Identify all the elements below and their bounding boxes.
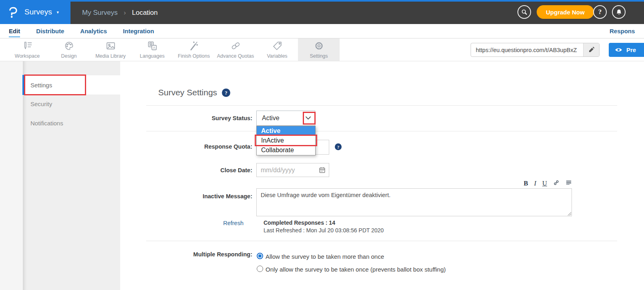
toolbar-label: Settings bbox=[310, 53, 328, 59]
sidebar-item-notifications[interactable]: Notifications bbox=[30, 120, 63, 127]
tab-integration[interactable]: Integration bbox=[123, 28, 154, 34]
breadcrumb-my-surveys[interactable]: My Surveys bbox=[82, 9, 118, 17]
questionpro-logo-icon bbox=[7, 6, 19, 18]
magic-wand-icon bbox=[189, 40, 199, 51]
link-icon bbox=[553, 179, 559, 186]
bold-button[interactable]: B bbox=[524, 180, 528, 187]
message-editor-toolbar: B I U bbox=[521, 179, 572, 187]
upgrade-now-button[interactable]: Upgrade Now bbox=[537, 5, 594, 19]
radio-allow-multiple-label[interactable]: Allow the survey to be taken more than o… bbox=[266, 253, 384, 260]
response-quota-label: Response Quota: bbox=[146, 143, 252, 150]
tab-analytics[interactable]: Analytics bbox=[80, 28, 107, 34]
edit-url-button[interactable] bbox=[583, 43, 599, 56]
sidebar-gutter bbox=[0, 61, 23, 290]
toolbar-item-languages[interactable]: A Languages bbox=[131, 38, 173, 61]
breadcrumb-separator-icon: › bbox=[124, 9, 126, 17]
dropdown-option-active[interactable]: Active bbox=[257, 126, 315, 136]
sidebar-item-label: Settings bbox=[30, 82, 52, 89]
completed-responses-text: Completed Responses : 14 bbox=[264, 220, 335, 226]
response-quota-help-icon[interactable]: ? bbox=[335, 143, 342, 150]
chevron-down-icon[interactable] bbox=[304, 114, 312, 122]
align-button[interactable] bbox=[566, 179, 572, 187]
page-title: Survey Settings bbox=[158, 88, 217, 97]
divider bbox=[146, 105, 617, 106]
insert-link-button[interactable] bbox=[553, 179, 559, 187]
toolbar-label: Advance Quotas bbox=[217, 53, 254, 59]
top-bar: Surveys ▼ My Surveys › Location Upgrade … bbox=[0, 0, 644, 24]
radio-only-once[interactable] bbox=[257, 266, 263, 272]
eye-icon bbox=[614, 46, 623, 54]
question-mark-icon: ? bbox=[598, 8, 602, 16]
app-window: Surveys ▼ My Surveys › Location Upgrade … bbox=[0, 0, 644, 290]
product-menu[interactable]: Surveys ▼ bbox=[0, 0, 70, 24]
help-button[interactable]: ? bbox=[593, 5, 607, 19]
divider bbox=[146, 241, 617, 241]
breadcrumb-current: Location bbox=[132, 9, 157, 17]
toolbar-item-workspace[interactable]: Workspace bbox=[6, 38, 48, 61]
toolbar-label: Languages bbox=[140, 53, 165, 59]
survey-settings-help-icon[interactable]: ? bbox=[222, 89, 230, 97]
resize-grip[interactable] bbox=[567, 211, 572, 216]
underline-button[interactable]: U bbox=[542, 180, 547, 187]
toolbar-label: Variables bbox=[267, 53, 287, 59]
toolbar-item-advance-quotas[interactable]: Advance Quotas bbox=[215, 38, 256, 61]
survey-status-label: Survey Status: bbox=[146, 115, 252, 121]
radio-only-once-label[interactable]: Only allow the survey to be taken once (… bbox=[266, 266, 446, 273]
translate-icon: A bbox=[147, 40, 158, 51]
tab-edit[interactable]: Edit bbox=[9, 28, 20, 34]
product-menu-label: Surveys bbox=[24, 8, 52, 16]
survey-nav: Edit Distribute Analytics Integration Re… bbox=[0, 24, 644, 38]
survey-status-selected-value: Active bbox=[262, 115, 280, 122]
caret-down-icon: ▼ bbox=[56, 10, 60, 14]
settings-sidebar bbox=[23, 61, 120, 290]
nav-tabs: Edit Distribute Analytics Integration bbox=[0, 24, 644, 38]
chain-link-icon bbox=[230, 40, 241, 51]
toolbar-item-finish-options[interactable]: Finish Options bbox=[173, 38, 215, 61]
toolbar-label: Finish Options bbox=[178, 53, 210, 59]
toolbar-item-media-library[interactable]: Media Library bbox=[90, 38, 131, 61]
dropdown-option-inactive[interactable]: InActive bbox=[257, 136, 315, 145]
toolbar-item-variables[interactable]: Variables bbox=[256, 38, 298, 61]
image-icon bbox=[105, 40, 116, 51]
toolbar-label: Workspace bbox=[15, 53, 40, 59]
close-date-label: Close Date: bbox=[146, 167, 252, 173]
preview-button-label: Pre bbox=[626, 46, 636, 53]
inactive-message-textarea[interactable]: Diese Umfrage wurde vom Eigentümer deakt… bbox=[256, 188, 572, 216]
search-button[interactable] bbox=[517, 5, 531, 19]
toolbar-label: Design bbox=[61, 53, 77, 59]
inactive-message-label: Inactive Message: bbox=[146, 193, 252, 199]
svg-text:A: A bbox=[153, 46, 155, 50]
survey-url-input[interactable] bbox=[471, 43, 583, 56]
multiple-responding-label: Multiple Responding: bbox=[146, 251, 252, 258]
preview-button[interactable]: Pre bbox=[609, 43, 644, 57]
gear-icon bbox=[314, 40, 324, 51]
calendar-icon bbox=[318, 166, 326, 174]
bell-icon bbox=[615, 8, 623, 16]
toolbar-item-design[interactable]: Design bbox=[48, 38, 90, 61]
calendar-button[interactable] bbox=[318, 166, 326, 174]
toolbar-label: Media Library bbox=[95, 53, 126, 59]
toolbar-item-settings[interactable]: Settings bbox=[298, 38, 340, 61]
last-refreshed-text: Last Refreshed : Mon Jul 20 03:08:56 PDT… bbox=[264, 227, 384, 234]
radio-allow-multiple[interactable] bbox=[257, 253, 263, 259]
survey-url-group bbox=[471, 43, 600, 57]
active-item-accent bbox=[22, 75, 25, 95]
notifications-button[interactable] bbox=[612, 5, 626, 19]
tab-distribute[interactable]: Distribute bbox=[36, 28, 64, 34]
search-icon bbox=[521, 8, 528, 16]
sidebar-item-security[interactable]: Security bbox=[30, 101, 52, 107]
divider bbox=[146, 131, 617, 131]
sidebar-item-settings[interactable]: Settings bbox=[23, 75, 120, 95]
align-justify-icon bbox=[566, 179, 572, 186]
workspace-icon bbox=[22, 40, 33, 51]
palette-icon bbox=[64, 40, 74, 51]
italic-button[interactable]: I bbox=[534, 180, 537, 187]
survey-status-dropdown: Active InActive Collaborate bbox=[256, 126, 316, 155]
refresh-link[interactable]: Refresh bbox=[146, 220, 244, 226]
dropdown-option-collaborate[interactable]: Collaborate bbox=[257, 145, 315, 155]
tag-icon bbox=[272, 40, 283, 51]
breadcrumb: My Surveys › Location bbox=[82, 2, 158, 24]
responses-link[interactable]: Respons bbox=[610, 24, 635, 38]
pencil-icon bbox=[588, 46, 595, 53]
